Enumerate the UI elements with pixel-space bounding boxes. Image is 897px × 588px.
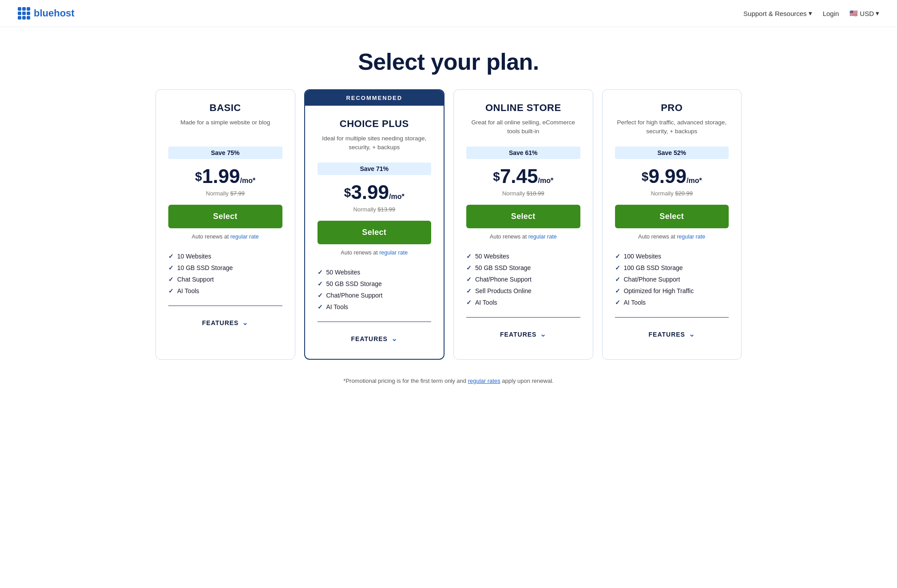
features-divider-online-store [466,317,580,318]
check-icon: ✓ [168,253,174,260]
features-divider-basic [168,306,282,306]
feature-item: ✓ Sell Products Online [466,285,580,297]
check-icon: ✓ [168,264,174,271]
feature-item: ✓ 50 GB SSD Storage [466,262,580,274]
currency-selector[interactable]: 🇺🇸 USD ▾ [849,9,879,17]
header-nav: Support & Resources ▾ Login 🇺🇸 USD ▾ [743,9,879,17]
site-header: bluehost Support & Resources ▾ Login 🇺🇸 … [0,0,897,27]
price-normal-pro: Normally $20.99 [615,190,729,197]
savings-badge-online-store: Save 61% [466,147,580,159]
check-icon: ✓ [466,287,472,294]
feature-item: ✓ Optimized for High Traffic [615,285,729,297]
price-dollar-basic: $ [195,170,202,184]
plan-body-choice-plus: CHOICE PLUSIdeal for multiple sites need… [305,106,444,359]
plan-body-pro: PROPerfect for high traffic, advanced st… [603,90,742,354]
auto-renews-pro: Auto renews at regular rate [615,234,729,240]
check-icon: ✓ [318,269,323,276]
check-icon: ✓ [466,276,472,283]
check-icon: ✓ [168,287,174,294]
check-icon: ✓ [318,303,323,310]
features-label-online-store: FEATURES [500,331,536,338]
features-list-choice-plus: ✓ 50 Websites✓ 50 GB SSD Storage✓ Chat/P… [318,266,432,313]
check-icon: ✓ [615,287,620,294]
recommended-badge: RECOMMENDED [305,90,444,106]
features-toggle-pro[interactable]: FEATURES ⌄ [615,325,729,346]
check-icon: ✓ [615,299,620,306]
price-normal-choice-plus: Normally $13.99 [318,206,432,213]
feature-item: ✓ Chat Support [168,274,282,285]
page-title-section: Select your plan. [0,27,897,89]
plan-card-choice-plus: RECOMMENDEDCHOICE PLUSIdeal for multiple… [304,89,445,360]
regular-rate-link-choice-plus[interactable]: regular rate [379,250,408,256]
savings-badge-basic: Save 75% [168,147,282,159]
plan-description-pro: Perfect for high traffic, advanced stora… [615,118,729,138]
logo-grid-icon [18,7,30,20]
plan-description-basic: Made for a simple website or blog [168,118,282,138]
feature-item: ✓ 50 GB SSD Storage [318,278,432,290]
footer-regular-rates-link[interactable]: regular rates [468,377,500,384]
price-area-basic: $1.99/mo* [168,165,282,187]
features-divider-choice-plus [318,322,432,322]
plan-card-pro: PROPerfect for high traffic, advanced st… [602,89,742,360]
features-toggle-basic[interactable]: FEATURES ⌄ [168,313,282,334]
feature-item: ✓ 10 Websites [168,250,282,262]
features-toggle-choice-plus[interactable]: FEATURES ⌄ [318,329,432,350]
price-suffix-choice-plus: /mo* [389,193,405,200]
feature-item: ✓ Chat/Phone Support [615,274,729,285]
chevron-down-icon-choice-plus: ⌄ [391,334,397,343]
plan-name-basic: BASIC [168,102,282,114]
select-button-online-store[interactable]: Select [466,205,580,228]
price-area-pro: $9.99/mo* [615,165,729,187]
select-button-pro[interactable]: Select [615,205,729,228]
logo-text: bluehost [34,8,75,19]
features-toggle-online-store[interactable]: FEATURES ⌄ [466,325,580,346]
page-title: Select your plan. [9,48,888,75]
check-icon: ✓ [318,280,323,287]
select-button-basic[interactable]: Select [168,205,282,228]
regular-rate-link-basic[interactable]: regular rate [230,234,259,240]
savings-badge-pro: Save 52% [615,147,729,159]
dropdown-arrow-icon: ▾ [809,9,812,17]
footer-note: *Promotional pricing is for the first te… [0,374,897,398]
feature-item: ✓ 100 Websites [615,250,729,262]
regular-rate-link-online-store[interactable]: regular rate [528,234,557,240]
footer-note-end: apply upon renewal. [502,377,553,384]
feature-item: ✓ AI Tools [466,297,580,308]
features-divider-pro [615,317,729,318]
logo-area[interactable]: bluehost [18,7,75,20]
regular-rate-link-pro[interactable]: regular rate [677,234,705,240]
chevron-down-icon-online-store: ⌄ [540,330,546,338]
select-button-choice-plus[interactable]: Select [318,221,432,244]
features-list-basic: ✓ 10 Websites✓ 10 GB SSD Storage✓ Chat S… [168,250,282,297]
features-label-choice-plus: FEATURES [351,335,388,342]
plan-name-pro: PRO [615,102,729,114]
auto-renews-basic: Auto renews at regular rate [168,234,282,240]
price-area-choice-plus: $3.99/mo* [318,181,432,203]
feature-item: ✓ 50 Websites [318,266,432,278]
feature-item: ✓ AI Tools [318,301,432,313]
price-main-choice-plus: $3.99/mo* [344,181,405,203]
features-list-online-store: ✓ 50 Websites✓ 50 GB SSD Storage✓ Chat/P… [466,250,580,308]
chevron-down-icon-pro: ⌄ [689,330,695,338]
check-icon: ✓ [615,253,620,260]
flag-icon: 🇺🇸 [849,9,858,17]
features-list-pro: ✓ 100 Websites✓ 100 GB SSD Storage✓ Chat… [615,250,729,308]
feature-item: ✓ 10 GB SSD Storage [168,262,282,274]
feature-item: ✓ Chat/Phone Support [466,274,580,285]
price-main-pro: $9.99/mo* [642,165,702,187]
check-icon: ✓ [615,264,620,271]
support-resources-menu[interactable]: Support & Resources ▾ [743,9,812,17]
feature-item: ✓ AI Tools [168,285,282,297]
feature-item: ✓ 100 GB SSD Storage [615,262,729,274]
price-area-online-store: $7.45/mo* [466,165,580,187]
login-button[interactable]: Login [823,10,839,17]
plans-container: BASICMade for a simple website or blogSa… [138,89,759,374]
price-suffix-pro: /mo* [687,177,702,184]
price-normal-online-store: Normally $18.99 [466,190,580,197]
savings-badge-choice-plus: Save 71% [318,163,432,175]
plan-name-choice-plus: CHOICE PLUS [318,118,432,130]
price-dollar-online-store: $ [493,170,500,184]
plan-body-basic: BASICMade for a simple website or blogSa… [156,90,295,343]
feature-item: ✓ 50 Websites [466,250,580,262]
chevron-down-icon-basic: ⌄ [242,318,248,327]
